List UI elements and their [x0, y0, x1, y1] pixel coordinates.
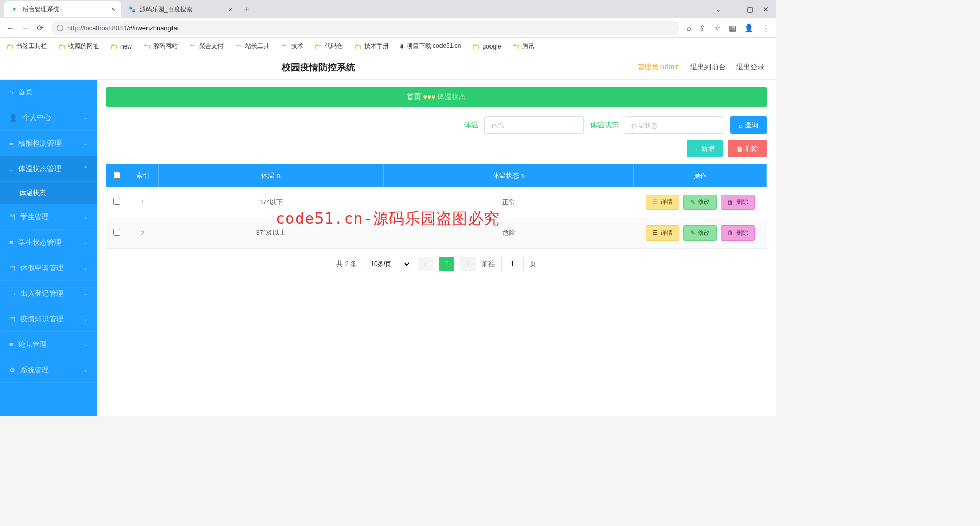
address-bar: ← → ⟳ ⓘ http://localhost:8081/#/tiwenzhu… — [0, 18, 776, 38]
sidebar-item-home[interactable]: ⌂首页 — [0, 80, 97, 105]
next-page-button[interactable]: › — [460, 257, 476, 271]
sidebar-item-temp-status[interactable]: ≡体温状态管理⌃ — [0, 156, 97, 182]
folder-icon: 🗀 — [235, 42, 242, 51]
close-icon[interactable]: × — [111, 5, 115, 13]
bookmark-item[interactable]: 🗀聚合支付 — [189, 42, 224, 51]
chevron-down-icon: ⌄ — [83, 316, 88, 322]
back-button[interactable]: ← — [6, 23, 14, 33]
breadcrumb-current: 体温状态 — [437, 92, 466, 102]
search-icon[interactable]: ⌕ — [687, 23, 691, 33]
edit-icon: ✎ — [690, 229, 695, 236]
reload-button[interactable]: ⟳ — [37, 23, 43, 33]
prev-page-button[interactable]: ‹ — [418, 257, 433, 271]
bookmark-item[interactable]: 🗀源码网站 — [143, 42, 178, 51]
row-delete-button[interactable]: 🗑删除 — [721, 195, 755, 210]
edit-button[interactable]: ✎修改 — [683, 195, 717, 210]
detail-button[interactable]: ☰详情 — [646, 195, 679, 210]
browser-tab-active[interactable]: ▼ 后台管理系统 × — [4, 1, 121, 17]
trash-icon: 🗑 — [727, 229, 733, 236]
vue-icon: ▼ — [10, 5, 18, 13]
chevron-down-icon: ⌄ — [83, 290, 88, 297]
breadcrumb: 首页 ♥♥♥ 体温状态 — [106, 87, 767, 107]
minimize-icon[interactable]: — — [730, 5, 738, 13]
logout-link[interactable]: 退出登录 — [736, 63, 765, 72]
page-size-select[interactable]: 10条/页 — [363, 257, 411, 271]
bookmark-item[interactable]: 🗀技术手册 — [354, 42, 389, 51]
chevron-down-icon[interactable]: ⌄ — [715, 5, 721, 13]
filter-input-status[interactable] — [625, 116, 724, 134]
folder-icon: 🗀 — [143, 42, 150, 51]
list-icon: ≡ — [9, 165, 13, 173]
maximize-icon[interactable]: ▢ — [747, 5, 753, 13]
sidebar-item-profile[interactable]: 👤个人中心⌄ — [0, 105, 97, 131]
star-icon[interactable]: ☆ — [714, 23, 721, 33]
folder-icon: 🗀 — [189, 42, 196, 51]
cell-status: 危险 — [384, 218, 634, 248]
bookmark-item[interactable]: 🗀腾讯 — [512, 42, 534, 51]
share-icon[interactable]: ⇪ — [699, 23, 706, 33]
sidebar-subitem-temp-status[interactable]: 体温状态 — [0, 182, 97, 204]
sidebar-item-knowledge[interactable]: ▤疫情知识管理⌄ — [0, 306, 97, 332]
row-delete-button[interactable]: 🗑删除 — [721, 225, 755, 241]
row-checkbox[interactable] — [113, 229, 120, 236]
page-number[interactable]: 1 — [439, 257, 454, 271]
bookmark-item[interactable]: 🗀代码仓 — [314, 42, 343, 51]
bookmark-item[interactable]: 🗀技术 — [281, 42, 303, 51]
new-tab-button[interactable]: + — [239, 4, 255, 15]
bookmark-item[interactable]: 🗀google — [472, 42, 501, 51]
cell-index: 2 — [128, 218, 158, 248]
bookmark-item[interactable]: 🗀收藏的网址 — [58, 42, 99, 51]
bookmark-item[interactable]: 🗀new — [110, 42, 132, 51]
folder-icon: 🗀 — [58, 42, 65, 51]
sidebar-item-students[interactable]: ▤学生管理⌄ — [0, 204, 97, 230]
sidebar-item-system[interactable]: ⚙系统管理⌄ — [0, 357, 97, 383]
row-checkbox[interactable] — [113, 198, 120, 205]
sidebar-item-nucleic[interactable]: ≡核酸检测管理⌄ — [0, 131, 97, 156]
edit-button[interactable]: ✎修改 — [683, 225, 717, 241]
pager-total: 共 2 条 — [336, 259, 357, 269]
bars-icon: ≡ — [9, 341, 13, 348]
goto-front-link[interactable]: 退出到前台 — [690, 63, 726, 72]
filter-input-temp[interactable] — [484, 116, 584, 134]
delete-button[interactable]: 🗑删除 — [728, 140, 767, 157]
url-input[interactable]: ⓘ http://localhost:8081/#/tiwenzhuangtai — [51, 21, 679, 35]
forward-button[interactable]: → — [21, 23, 30, 33]
trash-icon: 🗑 — [736, 145, 743, 153]
site-icon: ¥ — [400, 43, 404, 50]
cell-status: 正常 — [384, 187, 634, 218]
url-host: http://localhost: — [67, 24, 112, 32]
hearts-icon: ♥♥♥ — [423, 93, 436, 101]
breadcrumb-home[interactable]: 首页 — [407, 92, 421, 102]
search-button[interactable]: ⌕查询 — [730, 116, 767, 134]
bookmark-item[interactable]: 🗀站长工具 — [235, 42, 270, 51]
close-window-icon[interactable]: ✕ — [763, 5, 769, 13]
col-temp[interactable]: 体温⇅ — [158, 164, 384, 187]
add-button[interactable]: +新增 — [687, 140, 723, 157]
chevron-up-icon: ⌃ — [83, 165, 88, 172]
close-icon[interactable]: × — [229, 5, 233, 13]
bookmark-item[interactable]: ¥项目下载:code51.cn — [400, 42, 461, 51]
browser-tab[interactable]: 🐾 源码乐园_百度搜索 × — [121, 1, 239, 17]
tab-title: 后台管理系统 — [22, 5, 59, 14]
chevron-down-icon: ⌄ — [83, 265, 88, 271]
cell-temp: 37°以下 — [158, 187, 384, 218]
sidebar-item-leave[interactable]: ▤休假申请管理⌄ — [0, 255, 97, 281]
folder-icon: 🗀 — [512, 42, 519, 51]
chevron-down-icon: ⌄ — [83, 341, 88, 348]
chevron-down-icon: ⌄ — [83, 140, 88, 147]
select-all-checkbox[interactable] — [113, 172, 120, 179]
detail-button[interactable]: ☰详情 — [646, 225, 679, 241]
col-status[interactable]: 体温状态⇅ — [384, 164, 634, 187]
extensions-icon[interactable]: ▦ — [729, 23, 736, 33]
detail-icon: ☰ — [652, 199, 658, 206]
action-row: +新增 🗑删除 — [106, 140, 767, 157]
avatar-icon[interactable]: 👤 — [744, 23, 754, 33]
goto-page-input[interactable] — [501, 257, 524, 271]
folder-icon: 🗀 — [110, 42, 117, 51]
bookmark-item[interactable]: 🗀书签工具栏 — [6, 42, 47, 51]
menu-icon[interactable]: ⋮ — [762, 23, 770, 33]
chevron-down-icon: ⌄ — [83, 367, 88, 373]
sidebar-item-entry[interactable]: ▭出入登记管理⌄ — [0, 281, 97, 306]
sidebar-item-forum[interactable]: ≡论坛管理⌄ — [0, 332, 97, 357]
sidebar-item-student-status[interactable]: ≡学生状态管理⌄ — [0, 230, 97, 255]
